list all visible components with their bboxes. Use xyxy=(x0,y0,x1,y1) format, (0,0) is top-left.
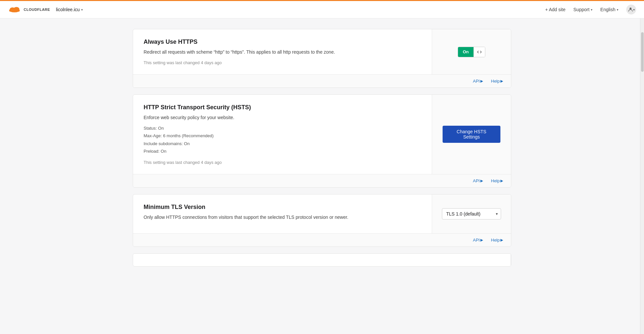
card-right: On xyxy=(432,29,511,74)
min-tls-desc: Only allow HTTPS connections from visito… xyxy=(144,214,421,221)
user-icon xyxy=(628,7,633,12)
always-https-toggle[interactable]: On xyxy=(458,47,485,57)
card-left: Always Use HTTPS Redirect all requests w… xyxy=(133,29,432,74)
support-chevron-icon: ▾ xyxy=(591,8,592,12)
add-site-button[interactable]: + Add site xyxy=(545,7,565,12)
min-tls-footer: API ▶ Help ▶ xyxy=(133,233,511,246)
domain-name: licolnlee.icu xyxy=(56,7,80,12)
domain-chevron-icon: ▾ xyxy=(81,8,83,12)
always-https-help-link[interactable]: Help ▶ xyxy=(491,79,503,84)
card-body: Minimum TLS Version Only allow HTTPS con… xyxy=(133,194,511,233)
tls-select-wrap: TLS 1.0 (default) TLS 1.1 TLS 1.2 TLS 1.… xyxy=(442,208,501,219)
toggle-code-button[interactable] xyxy=(473,47,485,57)
min-tls-help-link[interactable]: Help ▶ xyxy=(491,238,503,243)
toggle-wrap: On xyxy=(458,47,485,57)
topbar: CLOUDFLARE licolnlee.icu ▾ + Add site Su… xyxy=(0,0,644,18)
hsts-api-link[interactable]: API ▶ xyxy=(473,178,483,183)
language-chevron-icon: ▾ xyxy=(617,8,618,12)
page-wrap: Always Use HTTPS Redirect all requests w… xyxy=(0,18,644,284)
help-arrow-icon: ▶ xyxy=(500,179,503,183)
always-https-desc: Redirect all requests with scheme “http”… xyxy=(144,49,421,56)
card-body: HTTP Strict Transport Security (HSTS) En… xyxy=(133,95,511,174)
hsts-maxage-item: Max-Age: 6 months (Recommended) xyxy=(144,132,421,140)
domain-selector[interactable]: licolnlee.icu ▾ xyxy=(56,7,82,12)
card-body: Always Use HTTPS Redirect all requests w… xyxy=(133,29,511,74)
tls-version-select[interactable]: TLS 1.0 (default) TLS 1.1 TLS 1.2 TLS 1.… xyxy=(442,208,501,219)
card-right: TLS 1.0 (default) TLS 1.1 TLS 1.2 TLS 1.… xyxy=(432,194,511,233)
language-label: English xyxy=(600,7,615,12)
help-arrow-icon: ▶ xyxy=(500,79,503,83)
card-left: HTTP Strict Transport Security (HSTS) En… xyxy=(133,95,432,174)
hsts-status-item: Status: On xyxy=(144,124,421,132)
always-https-api-link[interactable]: API ▶ xyxy=(473,79,483,84)
logo-text: CLOUDFLARE xyxy=(24,8,50,12)
support-menu[interactable]: Support ▾ xyxy=(573,7,592,12)
min-tls-card: Minimum TLS Version Only allow HTTPS con… xyxy=(133,194,511,247)
toggle-on-label: On xyxy=(458,47,473,57)
card-left xyxy=(133,254,511,267)
change-hsts-button[interactable]: Change HSTS Settings xyxy=(443,126,500,143)
hsts-footer: API ▶ Help ▶ xyxy=(133,174,511,187)
always-https-meta: This setting was last changed 4 days ago xyxy=(144,60,421,65)
api-arrow-icon: ▶ xyxy=(480,179,483,183)
main-content: Always Use HTTPS Redirect all requests w… xyxy=(125,18,519,284)
help-arrow-icon: ▶ xyxy=(500,238,503,242)
hsts-title: HTTP Strict Transport Security (HSTS) xyxy=(144,104,421,111)
user-menu[interactable]: ▾ xyxy=(626,5,636,14)
hsts-card: HTTP Strict Transport Security (HSTS) En… xyxy=(133,94,511,188)
hsts-meta: This setting was last changed 4 days ago xyxy=(144,160,421,165)
user-chevron-icon: ▾ xyxy=(633,8,635,12)
hsts-preload-item: Preload: On xyxy=(144,147,421,155)
svg-rect-3 xyxy=(9,10,20,12)
cloudflare-logo-icon xyxy=(8,5,21,14)
card-right: Change HSTS Settings xyxy=(432,95,511,174)
svg-point-4 xyxy=(630,8,632,10)
api-arrow-icon: ▶ xyxy=(480,238,483,242)
api-arrow-icon: ▶ xyxy=(480,79,483,83)
always-https-card: Always Use HTTPS Redirect all requests w… xyxy=(133,29,511,88)
hsts-desc: Enforce web security policy for your web… xyxy=(144,114,421,121)
always-https-footer: API ▶ Help ▶ xyxy=(133,74,511,88)
hsts-status-list: Status: On Max-Age: 6 months (Recommende… xyxy=(144,124,421,155)
topbar-right: + Add site Support ▾ English ▾ ▾ xyxy=(545,5,636,14)
logo[interactable]: CLOUDFLARE xyxy=(8,5,50,14)
hsts-subdomains-item: Include subdomains: On xyxy=(144,140,421,147)
language-selector[interactable]: English ▾ xyxy=(600,7,618,12)
card-body xyxy=(133,254,511,267)
scrollbar-thumb[interactable] xyxy=(641,32,644,72)
always-https-title: Always Use HTTPS xyxy=(144,39,421,45)
min-tls-title: Minimum TLS Version xyxy=(144,204,421,211)
content-area: Always Use HTTPS Redirect all requests w… xyxy=(0,18,644,284)
hsts-help-link[interactable]: Help ▶ xyxy=(491,178,503,183)
code-icon xyxy=(477,50,482,54)
next-card-partial xyxy=(133,253,511,267)
scrollbar[interactable] xyxy=(640,18,644,284)
card-left: Minimum TLS Version Only allow HTTPS con… xyxy=(133,194,432,233)
support-label: Support xyxy=(573,7,589,12)
min-tls-api-link[interactable]: API ▶ xyxy=(473,238,483,243)
